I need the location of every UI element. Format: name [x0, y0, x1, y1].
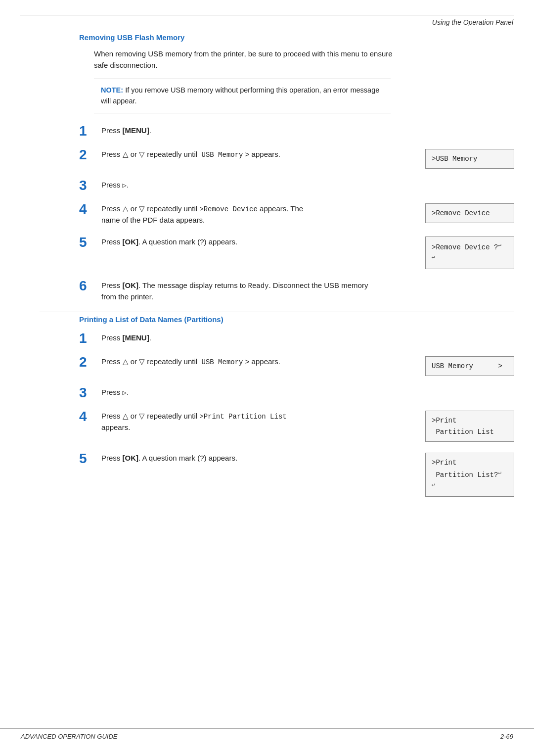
lcd-display: >Remove Device — [425, 203, 514, 223]
step-1-1: 1 Press [MENU]. — [79, 123, 514, 138]
step-content: Press [MENU]. — [101, 123, 314, 137]
step-number: 4 — [79, 202, 101, 216]
step-content: Press △ or ▽ repeatedly until USB Memory… — [101, 354, 314, 368]
lcd-display: >Print Partition List?↵↵ — [425, 453, 514, 496]
step-number: 6 — [79, 279, 101, 293]
key-right: ▷ — [123, 389, 127, 397]
step-content: Press ▷. — [101, 178, 314, 191]
section-divider — [40, 312, 514, 312]
step-left: 2 Press △ or ▽ repeatedly until USB Memo… — [79, 147, 400, 162]
step-right: >Print Partition List — [410, 409, 514, 442]
step-right: >Remove Device — [410, 201, 514, 223]
step-1-2: 2 Press △ or ▽ repeatedly until USB Memo… — [79, 147, 514, 169]
step-content: Press [OK]. A question mark (?) appears. — [101, 235, 314, 248]
step-number: 2 — [79, 355, 101, 369]
note-label: NOTE: — [101, 86, 123, 94]
step-left: 5 Press [OK]. A question mark (?) appear… — [79, 235, 400, 249]
step-number: 4 — [79, 410, 101, 424]
step-left: 5 Press [OK]. A question mark (?) appear… — [79, 451, 400, 466]
step-right: >USB Memory — [410, 147, 514, 169]
section1-title: Removing USB Flash Memory — [79, 33, 514, 42]
step-left: 4 Press △ or ▽ repeatedly until >Print P… — [79, 409, 400, 433]
footer-right: 2-69 — [500, 733, 513, 740]
step-content: Press [OK]. The message display returns … — [101, 278, 378, 303]
step-number: 5 — [79, 452, 101, 466]
lcd-display: >Print Partition List — [425, 411, 514, 442]
mono-text: >Print Partition List — [199, 413, 286, 421]
step-1-3: 3 Press ▷. — [79, 178, 514, 192]
key-ok: [OK] — [123, 281, 139, 289]
step-right: USB Memory > — [410, 354, 514, 376]
mono-text: USB Memory — [197, 151, 243, 159]
step-content: Press △ or ▽ repeatedly until USB Memory… — [101, 147, 314, 160]
key-ok: [OK] — [123, 237, 139, 246]
step-content: Press [OK]. A question mark (?) appears. — [101, 451, 314, 464]
lcd-display: >Remove Device ?↵↵ — [425, 236, 514, 269]
key-menu: [MENU] — [123, 126, 149, 135]
key-menu: [MENU] — [123, 333, 149, 342]
lcd-display: USB Memory > — [425, 356, 514, 376]
footer: ADVANCED OPERATION GUIDE 2-69 — [0, 728, 534, 740]
step-1-4: 4 Press △ or ▽ repeatedly until >Remove … — [79, 201, 514, 226]
note-box: NOTE: If you remove USB memory without p… — [94, 79, 391, 113]
step-number: 1 — [79, 124, 101, 138]
mono-text: USB Memory — [197, 358, 243, 366]
step-1-6: 6 Press [OK]. The message display return… — [79, 278, 514, 303]
step-number: 1 — [79, 331, 101, 345]
step-2-2: 2 Press △ or ▽ repeatedly until USB Memo… — [79, 354, 514, 376]
section1-steps: 1 Press [MENU]. 2 Press △ or ▽ repeatedl… — [79, 123, 514, 303]
step-left: 2 Press △ or ▽ repeatedly until USB Memo… — [79, 354, 400, 369]
step-right: >Print Partition List?↵↵ — [410, 451, 514, 496]
section2-steps: 1 Press [MENU]. 2 Press △ or ▽ repeatedl… — [79, 331, 514, 497]
step-2-4: 4 Press △ or ▽ repeatedly until >Print P… — [79, 409, 514, 442]
key-right: ▷ — [123, 182, 127, 189]
section2-title: Printing a List of Data Names (Partition… — [79, 315, 514, 324]
mono-ready: Ready — [248, 282, 269, 290]
step-2-1: 1 Press [MENU]. — [79, 331, 514, 345]
step-content: Press △ or ▽ repeatedly until >Print Par… — [101, 409, 314, 433]
step-number: 5 — [79, 236, 101, 249]
header-text: Using the Operation Panel — [0, 15, 534, 28]
lcd-display: >USB Memory — [425, 149, 514, 169]
step-2-3: 3 Press ▷. — [79, 385, 514, 400]
step-content: Press [MENU]. — [101, 331, 314, 344]
step-left: 4 Press △ or ▽ repeatedly until >Remove … — [79, 201, 400, 226]
note-text: If you remove USB memory without perform… — [101, 86, 379, 105]
step-number: 3 — [79, 179, 101, 192]
step-right: >Remove Device ?↵↵ — [410, 235, 514, 269]
step-content: Press △ or ▽ repeatedly until >Remove De… — [101, 201, 314, 226]
section1-intro: When removing USB memory from the printe… — [94, 48, 400, 71]
key-ok: [OK] — [123, 454, 139, 462]
step-1-5: 5 Press [OK]. A question mark (?) appear… — [79, 235, 514, 269]
footer-left: ADVANCED OPERATION GUIDE — [21, 733, 118, 740]
step-content: Press ▷. — [101, 385, 314, 398]
step-number: 3 — [79, 386, 101, 400]
step-number: 2 — [79, 148, 101, 162]
main-content: Removing USB Flash Memory When removing … — [40, 28, 514, 497]
mono-text: >Remove Device — [199, 205, 258, 213]
step-2-5: 5 Press [OK]. A question mark (?) appear… — [79, 451, 514, 496]
